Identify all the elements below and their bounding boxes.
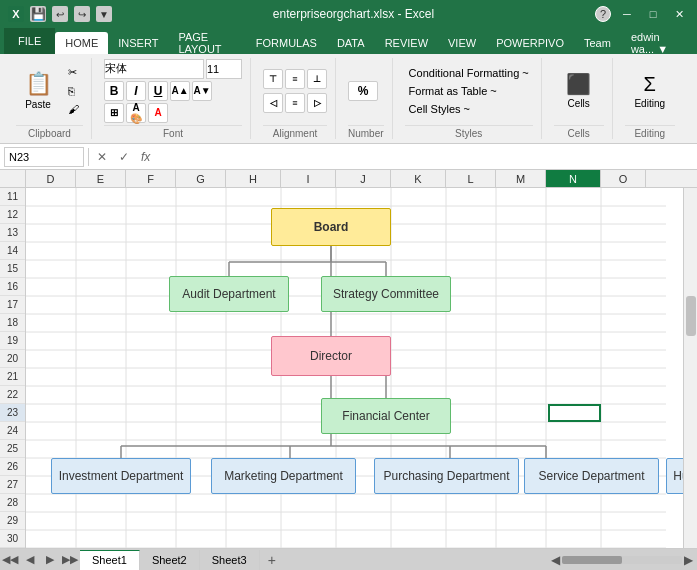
row-24[interactable]: 24 xyxy=(0,422,25,440)
col-header-f[interactable]: F xyxy=(126,170,176,187)
org-box-purchasing[interactable]: Purchasing Department xyxy=(374,458,519,494)
col-header-j[interactable]: J xyxy=(336,170,391,187)
redo-icon[interactable]: ↪ xyxy=(74,6,90,22)
row-15[interactable]: 15 xyxy=(0,260,25,278)
tab-formulas[interactable]: FORMULAS xyxy=(246,32,327,54)
row-20[interactable]: 20 xyxy=(0,350,25,368)
sheet-add-button[interactable]: + xyxy=(260,552,284,568)
row-13[interactable]: 13 xyxy=(0,224,25,242)
sheet-tab-3[interactable]: Sheet3 xyxy=(200,550,260,570)
maximize-button[interactable]: □ xyxy=(643,7,663,21)
row-25[interactable]: 25 xyxy=(0,440,25,458)
sheet-nav-next[interactable]: ▶ xyxy=(40,550,60,570)
row-16[interactable]: 16 xyxy=(0,278,25,296)
row-11[interactable]: 11 xyxy=(0,188,25,206)
border-button[interactable]: ⊞ xyxy=(104,103,124,123)
row-19[interactable]: 19 xyxy=(0,332,25,350)
org-box-investment[interactable]: Investment Department xyxy=(51,458,191,494)
editing-large-button[interactable]: Σ Editing xyxy=(625,61,675,121)
row-29[interactable]: 29 xyxy=(0,512,25,530)
format-as-table-button[interactable]: Format as Table ~ xyxy=(405,83,533,99)
decrease-font-button[interactable]: A▼ xyxy=(192,81,212,101)
sheet-scroll-track[interactable] xyxy=(562,556,682,564)
row-17[interactable]: 17 xyxy=(0,296,25,314)
sheet-nav-last[interactable]: ▶▶ xyxy=(60,550,80,570)
user-area[interactable]: edwin wa... ▼ xyxy=(621,32,693,54)
sheet-tab-2[interactable]: Sheet2 xyxy=(140,550,200,570)
customize-icon[interactable]: ▼ xyxy=(96,6,112,22)
row-28[interactable]: 28 xyxy=(0,494,25,512)
sheet-scroll-left[interactable]: ◀ xyxy=(551,553,560,567)
org-box-strategy[interactable]: Strategy Committee xyxy=(321,276,451,312)
org-box-board[interactable]: Board xyxy=(271,208,391,246)
align-right-button[interactable]: ▷ xyxy=(307,93,327,113)
org-box-audit[interactable]: Audit Department xyxy=(169,276,289,312)
italic-button[interactable]: I xyxy=(126,81,146,101)
org-box-marketing[interactable]: Marketing Department xyxy=(211,458,356,494)
align-middle-button[interactable]: ≡ xyxy=(285,69,305,89)
tab-powerpivot[interactable]: POWERPIVO xyxy=(486,32,574,54)
tab-team[interactable]: Team xyxy=(574,32,621,54)
tab-data[interactable]: DATA xyxy=(327,32,375,54)
row-14[interactable]: 14 xyxy=(0,242,25,260)
underline-button[interactable]: U xyxy=(148,81,168,101)
format-painter-button[interactable]: 🖌 xyxy=(64,101,83,117)
col-header-o[interactable]: O xyxy=(601,170,646,187)
align-top-button[interactable]: ⊤ xyxy=(263,69,283,89)
col-header-n[interactable]: N xyxy=(546,170,601,187)
sheet-nav-first[interactable]: ◀◀ xyxy=(0,550,20,570)
minimize-button[interactable]: ─ xyxy=(617,7,637,21)
col-header-m[interactable]: M xyxy=(496,170,546,187)
sheet-scroll-right[interactable]: ▶ xyxy=(684,553,693,567)
font-size-input[interactable] xyxy=(206,59,242,79)
cut-button[interactable]: ✂ xyxy=(64,64,83,81)
align-bottom-button[interactable]: ⊥ xyxy=(307,69,327,89)
col-header-l[interactable]: L xyxy=(446,170,496,187)
tab-review[interactable]: REVIEW xyxy=(375,32,438,54)
row-23[interactable]: 23 xyxy=(0,404,25,422)
copy-button[interactable]: ⎘ xyxy=(64,83,83,99)
formula-confirm-button[interactable]: ✓ xyxy=(115,150,133,164)
font-name-input[interactable] xyxy=(104,59,204,79)
col-header-g[interactable]: G xyxy=(176,170,226,187)
conditional-formatting-button[interactable]: Conditional Formatting ~ xyxy=(405,65,533,81)
tab-file[interactable]: FILE xyxy=(4,28,55,54)
undo-icon[interactable]: ↩ xyxy=(52,6,68,22)
formula-cancel-button[interactable]: ✕ xyxy=(93,150,111,164)
col-header-k[interactable]: K xyxy=(391,170,446,187)
increase-font-button[interactable]: A▲ xyxy=(170,81,190,101)
help-icon[interactable]: ? xyxy=(595,6,611,22)
col-header-h[interactable]: H xyxy=(226,170,281,187)
bold-button[interactable]: B xyxy=(104,81,124,101)
row-18[interactable]: 18 xyxy=(0,314,25,332)
row-22[interactable]: 22 xyxy=(0,386,25,404)
fill-color-button[interactable]: A🎨 xyxy=(126,103,146,123)
sheet-tab-1[interactable]: Sheet1 xyxy=(80,550,140,570)
vertical-scrollbar[interactable] xyxy=(683,188,697,548)
save-icon[interactable]: 💾 xyxy=(30,6,46,22)
cell-styles-button[interactable]: Cell Styles ~ xyxy=(405,101,533,117)
org-box-director[interactable]: Director xyxy=(271,336,391,376)
formula-input[interactable] xyxy=(158,147,693,167)
cell-reference-input[interactable] xyxy=(4,147,84,167)
align-center-button[interactable]: ≡ xyxy=(285,93,305,113)
sheet-nav-prev[interactable]: ◀ xyxy=(20,550,40,570)
vertical-scrollbar-thumb[interactable] xyxy=(686,296,696,336)
tab-page-layout[interactable]: PAGE LAYOUT xyxy=(168,32,245,54)
row-21[interactable]: 21 xyxy=(0,368,25,386)
row-12[interactable]: 12 xyxy=(0,206,25,224)
org-box-service[interactable]: Service Department xyxy=(524,458,659,494)
paste-button[interactable]: 📋 Paste xyxy=(16,61,60,121)
row-26[interactable]: 26 xyxy=(0,458,25,476)
org-box-financial[interactable]: Financial Center xyxy=(321,398,451,434)
col-header-e[interactable]: E xyxy=(76,170,126,187)
align-left-button[interactable]: ◁ xyxy=(263,93,283,113)
cells-large-button[interactable]: ⬛ Cells xyxy=(554,61,604,121)
font-color-button[interactable]: A xyxy=(148,103,168,123)
col-header-i[interactable]: I xyxy=(281,170,336,187)
cells-area[interactable]: Board Audit Department Strategy Committe… xyxy=(26,188,697,548)
close-button[interactable]: ✕ xyxy=(669,7,689,21)
tab-view[interactable]: VIEW xyxy=(438,32,486,54)
percent-button[interactable]: % xyxy=(348,81,378,101)
row-30[interactable]: 30 xyxy=(0,530,25,548)
